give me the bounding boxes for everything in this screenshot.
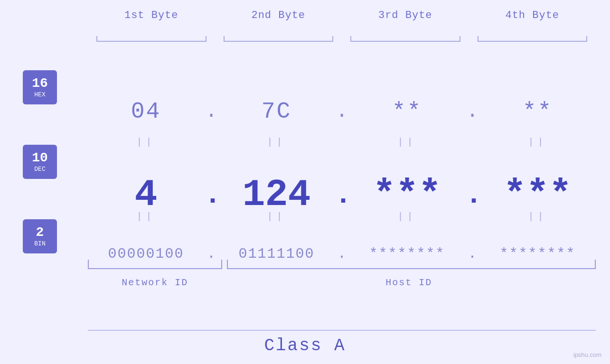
- column-headers: 1st Byte 2nd Byte 3rd Byte 4th Byte: [88, 9, 596, 21]
- dec-badge-label: DEC: [34, 166, 45, 173]
- hex-val-3: **: [349, 99, 465, 124]
- eq-2: ||: [218, 137, 335, 148]
- hex-row: 04 . 7C . ** . **: [88, 99, 596, 124]
- eq-8: ||: [479, 211, 596, 222]
- dec-val-3: ***: [349, 173, 465, 216]
- bracket-seg-2: [219, 33, 338, 47]
- dec-val-4: ***: [479, 173, 596, 216]
- bin-badge-num: 2: [36, 226, 44, 239]
- id-labels: Network ID Host ID: [88, 277, 596, 288]
- eq-6: ||: [218, 211, 335, 222]
- network-id-label: Network ID: [88, 277, 222, 288]
- host-id-label: Host ID: [222, 277, 596, 288]
- watermark: ipshu.com: [573, 351, 601, 358]
- dec-badge-num: 10: [32, 151, 48, 165]
- eq-7: ||: [349, 211, 465, 222]
- base-badges: 16 HEX 10 DEC 2 BIN: [23, 70, 57, 253]
- main-container: 1st Byte 2nd Byte 3rd Byte 4th Byte 16 H…: [0, 0, 610, 364]
- dot-hex-2: .: [335, 100, 349, 123]
- equals-row-1: || || || ||: [88, 137, 596, 148]
- dec-val-1: 4: [88, 173, 204, 216]
- grid-area: 04 . 7C . ** . ** || || || ||: [88, 33, 596, 317]
- hex-badge: 16 HEX: [23, 70, 57, 104]
- eq-1: ||: [88, 137, 204, 148]
- bracket-seg-4: [473, 33, 592, 47]
- class-label: Class A: [0, 336, 610, 355]
- dot-dec-2: .: [335, 179, 349, 211]
- eq-4: ||: [479, 137, 596, 148]
- outer-bottom-line: [88, 330, 596, 331]
- hex-val-1: 04: [88, 99, 204, 124]
- dot-dec-1: .: [204, 179, 218, 211]
- bin-badge-label: BIN: [34, 240, 45, 247]
- network-bracket: [88, 260, 222, 269]
- hex-badge-num: 16: [32, 77, 48, 90]
- bracket-seg-1: [92, 33, 211, 47]
- dot-hex-1: .: [204, 100, 218, 123]
- top-brackets: [88, 33, 596, 47]
- eq-5: ||: [88, 211, 204, 222]
- dot-dec-3: .: [465, 179, 479, 211]
- col-header-2: 2nd Byte: [215, 9, 342, 21]
- bracket-seg-3: [346, 33, 465, 47]
- eq-3: ||: [349, 137, 465, 148]
- col-header-1: 1st Byte: [88, 9, 215, 21]
- dec-badge: 10 DEC: [23, 145, 57, 179]
- hex-val-2: 7C: [218, 99, 335, 124]
- host-bracket: [227, 260, 596, 269]
- hex-val-4: **: [479, 99, 596, 124]
- bottom-brackets: [88, 257, 596, 271]
- equals-row-2: || || || ||: [88, 211, 596, 222]
- col-header-4: 4th Byte: [469, 9, 596, 21]
- dot-hex-3: .: [465, 100, 479, 123]
- bin-badge: 2 BIN: [23, 219, 57, 253]
- col-header-3: 3rd Byte: [342, 9, 469, 21]
- dec-val-2: 124: [218, 173, 335, 216]
- dec-row: 4 . 124 . *** . ***: [88, 173, 596, 216]
- hex-badge-label: HEX: [34, 91, 45, 98]
